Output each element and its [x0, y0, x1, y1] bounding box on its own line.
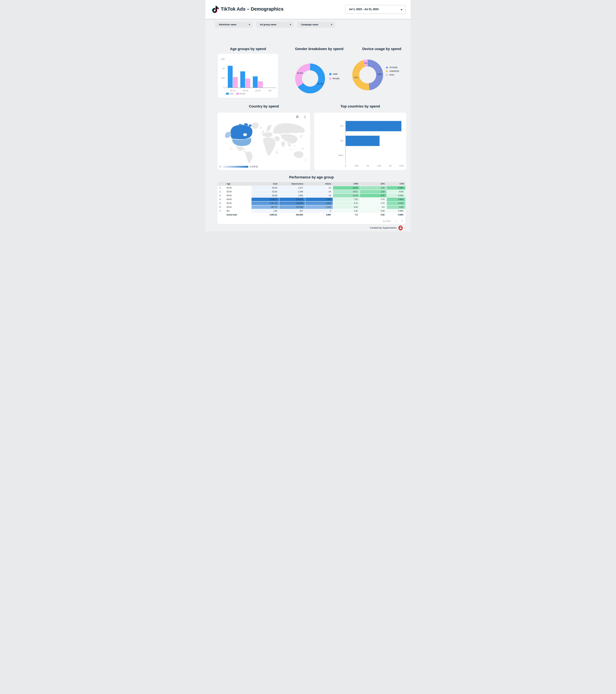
cell-age: 35-44	[224, 194, 251, 198]
row-number: 4.	[218, 198, 224, 201]
bar-female-35-44[interactable]	[246, 79, 250, 88]
cell-metric: 1.65	[252, 209, 279, 213]
row-number: 6.	[218, 205, 224, 209]
bar-male-45-54[interactable]	[228, 66, 233, 88]
cell-metric: 0.8%	[387, 205, 406, 209]
cell-metric: 0.8	[360, 205, 387, 209]
bar-CA[interactable]	[346, 121, 401, 131]
cell-metric: 507	[279, 209, 305, 213]
legend-item-iphone[interactable]: IPHONE	[386, 66, 409, 69]
map-region-land	[299, 139, 300, 140]
cell-age: 55+	[224, 209, 251, 213]
add-alert-icon[interactable]	[295, 115, 299, 119]
table-row: 5.35-441,267.18188,5091,6326.720.780.87%	[218, 201, 406, 205]
table-row: 2.25-3452.623,1881616.513.290.5%	[218, 190, 406, 194]
gender-chart-title: Gender breakdown by spend	[286, 47, 353, 51]
date-range-selector[interactable]: Jul 1, 2023 - Jul 31, 2023	[345, 5, 406, 14]
map-region-land	[263, 137, 276, 156]
bar-female-25-34[interactable]	[258, 81, 263, 88]
legend-label: ANDROID	[389, 70, 399, 72]
cell-metric: 2	[305, 209, 333, 213]
bar-male-25-34[interactable]	[253, 76, 258, 88]
grand-total-value: 0.82	[360, 213, 387, 217]
supermetrics-logo[interactable]	[398, 225, 403, 231]
cell-metric: 6.45	[333, 205, 360, 209]
legend-item-male[interactable]: male	[329, 73, 351, 76]
donut-value-label: 48%	[378, 73, 382, 75]
grand-total-value: 554,946	[279, 213, 305, 217]
table-row: 1.45-5464.342,2172229.022.920.99%	[218, 186, 406, 190]
x-axis-tick: 2K	[386, 165, 394, 167]
map-region-us	[231, 149, 232, 149]
map-region-land	[301, 148, 304, 149]
legend-item-female[interactable]: female	[329, 77, 351, 80]
column-header-age[interactable]: Age	[224, 182, 251, 186]
filter-advertiser-name[interactable]: Advertiser name	[215, 21, 253, 28]
column-header-cpm[interactable]: CPM	[333, 182, 360, 186]
cell-metric: 2,217	[279, 186, 305, 190]
y-axis-category: None	[333, 154, 343, 157]
cell-metric: 0.54%	[387, 194, 406, 198]
map-region-land	[300, 134, 302, 138]
column-header-clicks[interactable]: Clicks	[305, 182, 333, 186]
chevron-down-icon	[331, 24, 332, 25]
x-axis-category: 45-54	[227, 89, 238, 92]
cell-metric: 64.34	[252, 186, 279, 190]
gender-donut-chart: 65.4%34.6%	[292, 61, 328, 96]
map-region-land	[276, 151, 277, 154]
map-chart-title: Country by spend	[217, 104, 311, 108]
bar-male-35-44[interactable]	[240, 71, 245, 88]
map-region-land	[293, 151, 304, 158]
column-header-impressions[interactable]: Impressions	[279, 182, 305, 186]
legend-item-ipad[interactable]: IPAD	[386, 73, 409, 77]
legend-dot	[329, 77, 331, 80]
cell-metric: 887.37	[252, 205, 279, 209]
filter-ad-group-name[interactable]: Ad group name	[256, 21, 294, 28]
kebab-menu-icon[interactable]	[303, 115, 307, 119]
cell-metric: 0.78	[360, 201, 387, 205]
cell-metric: 1,267.18	[252, 201, 279, 205]
column-header-cost[interactable]: Cost	[252, 182, 279, 186]
bar-US[interactable]	[346, 136, 380, 146]
donut-slice-female[interactable]	[295, 63, 310, 87]
cell-metric: 21.49	[333, 194, 360, 198]
grand-total-label: Grand total	[224, 213, 251, 217]
donut-value-label: 5%	[364, 62, 367, 64]
legend-item-android[interactable]: ANDROID	[386, 70, 409, 73]
map-region-land	[245, 151, 253, 163]
cell-metric: 2,955	[279, 194, 305, 198]
filter-label: Advertiser name	[219, 23, 236, 26]
legend-swatch-male	[226, 93, 229, 95]
chevron-down-icon	[290, 24, 291, 25]
row-number: 2.	[218, 190, 224, 194]
cell-metric: 188,509	[279, 201, 305, 205]
next-page-icon[interactable]: ›	[401, 219, 403, 223]
x-axis-tick: 0	[341, 165, 349, 167]
age-chart-title: Age groups by spend	[218, 47, 278, 51]
pagination-range: 1 - 7 / 7	[383, 220, 390, 222]
map-region-land	[292, 149, 294, 150]
filter-campaign-name[interactable]: Campaign name	[297, 21, 335, 28]
legend-label: female	[333, 77, 340, 80]
donut-value-label: 34.6%	[297, 72, 303, 74]
performance-table-card: AgeCostImpressionsClicksCPMCPCCTR1.45-54…	[217, 182, 406, 224]
map-region-land	[294, 145, 295, 147]
cell-metric: 3.97	[360, 194, 387, 198]
prev-page-icon[interactable]: ‹	[395, 219, 397, 223]
legend-dot	[386, 74, 388, 76]
donut-value-label: 65.4%	[317, 83, 323, 85]
y-axis-category: CA	[333, 125, 343, 127]
bar-female-45-54[interactable]	[233, 77, 238, 88]
map-region-land	[281, 141, 285, 147]
column-header-cpc[interactable]: CPC	[360, 182, 387, 186]
row-number: 1.	[218, 186, 224, 190]
table-title: Performance by age group	[217, 175, 406, 179]
column-header-ctr[interactable]: CTR	[387, 182, 406, 186]
cell-metric: 0.5%	[387, 190, 406, 194]
map-region-ca	[230, 125, 253, 139]
cell-age: 25-34	[224, 205, 251, 209]
map-region-land	[289, 149, 291, 150]
legend-dot	[329, 73, 331, 75]
cell-metric: 0.39%	[387, 209, 406, 213]
world-map[interactable]	[219, 120, 309, 165]
